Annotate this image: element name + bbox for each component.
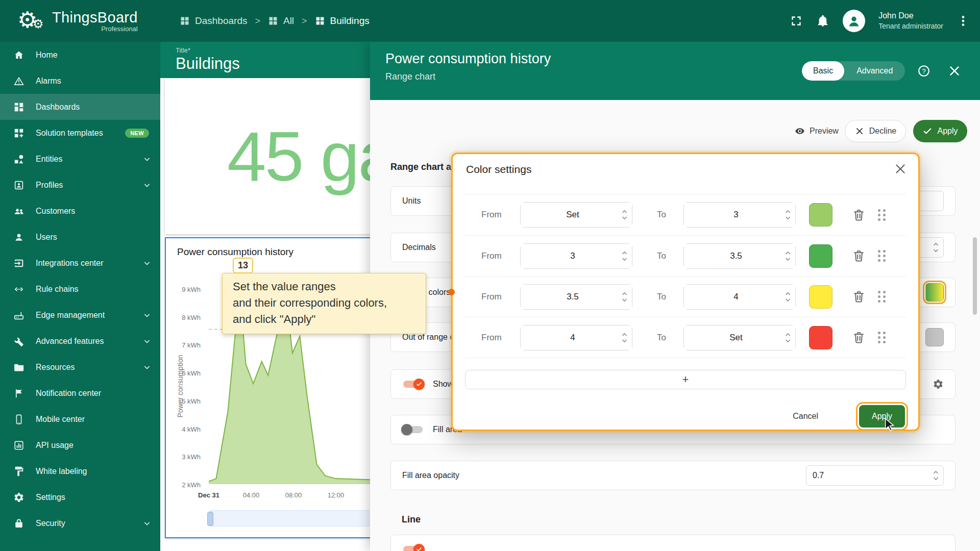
- color-range-row: From To: [465, 317, 906, 358]
- color-swatch[interactable]: [809, 203, 832, 227]
- cancel-button[interactable]: Cancel: [787, 405, 824, 428]
- breadcrumb-all[interactable]: All: [268, 15, 294, 27]
- stepper-arrows[interactable]: [622, 292, 627, 302]
- sidebar-item-dashboards[interactable]: Dashboards: [0, 94, 160, 120]
- close-icon[interactable]: [948, 64, 961, 78]
- person-icon: [846, 13, 862, 29]
- sidebar-item-solution-templates[interactable]: Solution templates NEW: [0, 120, 160, 146]
- chevron-down-icon: [142, 336, 152, 346]
- add-range-button[interactable]: +: [465, 370, 906, 389]
- apply-settings-button[interactable]: Apply: [913, 120, 967, 142]
- delete-trash-icon[interactable]: [852, 208, 866, 222]
- stepper-arrows[interactable]: [785, 210, 791, 220]
- delete-trash-icon[interactable]: [852, 331, 866, 344]
- color-swatch[interactable]: [809, 244, 832, 268]
- sidebar-item-security[interactable]: Security: [0, 510, 160, 536]
- sidebar-item-entities[interactable]: Entities: [0, 146, 160, 172]
- sidebar-item-notification-center[interactable]: Notification center: [0, 380, 160, 406]
- fill-area-opacity-input[interactable]: [806, 465, 944, 486]
- from-value-input[interactable]: [520, 284, 632, 310]
- user-avatar[interactable]: [843, 10, 865, 32]
- close-icon[interactable]: [894, 162, 907, 176]
- delete-trash-icon[interactable]: [852, 249, 866, 263]
- drag-handle-icon[interactable]: [878, 291, 886, 303]
- sidebar-item-edge-management[interactable]: Edge management: [0, 302, 160, 328]
- brand-logo[interactable]: ⚙⚙ ThingsBoard Professional: [17, 7, 146, 35]
- stepper-arrows[interactable]: [785, 251, 791, 261]
- breadcrumb-buildings[interactable]: Buildings: [315, 15, 370, 27]
- fullscreen-icon[interactable]: [790, 14, 803, 28]
- drag-handle-icon[interactable]: [878, 209, 886, 221]
- chart-box-icon: [13, 440, 24, 451]
- to-value-input[interactable]: [683, 243, 796, 269]
- from-value-input[interactable]: [520, 202, 632, 228]
- user-name: John Doe: [878, 11, 943, 21]
- panel-subtitle: Range chart: [385, 71, 435, 82]
- sidebar-item-customers[interactable]: Customers: [0, 198, 160, 224]
- sidebar-item-mobile-center[interactable]: Mobile center: [0, 406, 160, 432]
- sidebar-item-advanced-features[interactable]: Advanced features: [0, 328, 160, 354]
- stepper-arrows[interactable]: [933, 471, 939, 481]
- tutorial-anchor-dot: [448, 289, 455, 295]
- to-value-input[interactable]: [683, 284, 796, 310]
- from-value-input[interactable]: [520, 243, 632, 269]
- color-swatch[interactable]: [809, 285, 832, 309]
- from-value-input[interactable]: [520, 325, 632, 350]
- sidebar-item-users[interactable]: Users: [0, 224, 160, 250]
- sidebar-item-resources[interactable]: Resources: [0, 354, 160, 380]
- breadcrumb-dashboards[interactable]: Dashboards: [180, 15, 247, 27]
- tab-advanced[interactable]: Advanced: [844, 61, 905, 81]
- stepper-arrows[interactable]: [622, 251, 627, 261]
- kebab-menu-icon[interactable]: [957, 14, 970, 28]
- panel-title: Power consumption history: [385, 51, 551, 67]
- user-info: John Doe Tenant administrator: [878, 11, 943, 31]
- slider-left-handle[interactable]: [207, 512, 213, 526]
- to-value-input[interactable]: [683, 325, 796, 350]
- paint-icon: [13, 466, 24, 477]
- range-colors-swatch[interactable]: [925, 283, 944, 302]
- sidebar-item-profiles[interactable]: Profiles: [0, 172, 160, 198]
- fill-area-toggle[interactable]: [402, 424, 424, 435]
- drag-handle-icon[interactable]: [878, 250, 886, 262]
- delete-trash-icon[interactable]: [852, 290, 866, 304]
- stepper-arrows[interactable]: [622, 333, 627, 342]
- home-icon: [13, 49, 24, 61]
- decline-button[interactable]: Decline: [845, 120, 906, 142]
- gear-icon[interactable]: [933, 379, 944, 390]
- y-axis-tick: 9 kWh: [182, 286, 201, 293]
- sidebar-item-rule-chains[interactable]: Rule chains: [0, 276, 160, 302]
- help-icon[interactable]: ?: [917, 64, 930, 78]
- preview-button[interactable]: Preview: [790, 120, 844, 142]
- y-axis-tick: 5 kWh: [182, 397, 201, 405]
- sidebar-item-settings[interactable]: Settings: [0, 484, 160, 510]
- notifications-bell-icon[interactable]: [816, 14, 829, 28]
- gear-icon: [13, 492, 24, 503]
- apply-button[interactable]: Apply: [859, 405, 905, 428]
- sidebar-item-white-labeling[interactable]: White labeling: [0, 458, 160, 484]
- smartphone-icon: [13, 414, 24, 425]
- tab-basic[interactable]: Basic: [802, 61, 844, 81]
- sidebar-item-api-usage[interactable]: API usage: [0, 432, 160, 458]
- color-range-row: From To: [465, 235, 906, 276]
- breadcrumb-separator: >: [302, 16, 307, 27]
- stepper-arrows[interactable]: [933, 243, 939, 253]
- stepper-arrows[interactable]: [785, 333, 791, 342]
- sidebar-item-alarms[interactable]: Alarms: [0, 68, 160, 94]
- out-of-range-swatch[interactable]: [925, 328, 944, 346]
- color-settings-dialog: Color settings From To From: [451, 153, 920, 431]
- sidebar-item-home[interactable]: Home: [0, 42, 160, 68]
- stepper-arrows[interactable]: [785, 292, 791, 302]
- panel-scrollbar[interactable]: [973, 237, 977, 315]
- show-legend-toggle[interactable]: [402, 379, 424, 390]
- color-swatch[interactable]: [809, 326, 832, 349]
- drag-handle-icon[interactable]: [878, 332, 886, 343]
- line-toggle[interactable]: [402, 544, 424, 551]
- user-icon: [13, 232, 24, 243]
- sidebar-item-integrations-center[interactable]: Integrations center: [0, 250, 160, 276]
- chevron-down-icon: [142, 518, 152, 529]
- breadcrumb-separator: >: [255, 16, 260, 27]
- x-axis-tick: Dec 31: [198, 491, 219, 499]
- x-axis-tick: 04:00: [243, 491, 260, 499]
- stepper-arrows[interactable]: [622, 210, 627, 220]
- to-value-input[interactable]: [683, 202, 796, 228]
